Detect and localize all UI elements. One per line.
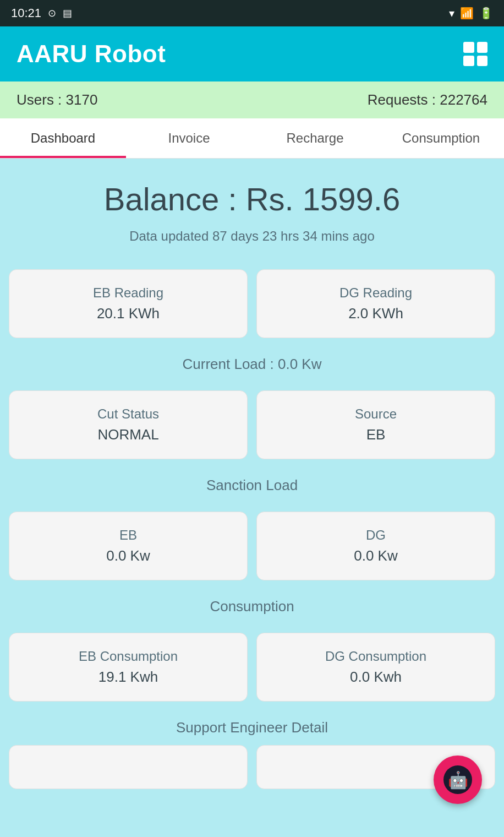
dg-consumption-value: 0.0 Kwh — [268, 668, 484, 686]
source-label: Source — [268, 406, 484, 422]
sanction-load-section-label: Sanction Load — [0, 468, 504, 503]
sanction-eb-value: 0.0 Kw — [20, 547, 236, 564]
status-bar-left: 10:21 ⊙ ▤ — [11, 6, 72, 20]
chatbot-icon — [443, 765, 472, 794]
battery-icon: 🔋 — [479, 7, 493, 20]
consumption-section-label: Consumption — [0, 589, 504, 624]
dg-consumption-label: DG Consumption — [268, 649, 484, 664]
status-cards-row: Cut Status NORMAL Source EB — [0, 382, 504, 468]
support-section-label: Support Engineer Detail — [0, 710, 504, 745]
support-cards-row — [0, 745, 504, 798]
app-header: AARU Robot — [0, 26, 504, 81]
sanction-eb-card: EB 0.0 Kw — [9, 512, 248, 580]
eb-consumption-value: 19.1 Kwh — [20, 668, 236, 686]
cut-status-value: NORMAL — [20, 426, 236, 443]
tab-bar: Dashboard Invoice Recharge Consumption — [0, 118, 504, 159]
app-title: AARU Robot — [17, 40, 166, 68]
eb-consumption-label: EB Consumption — [20, 649, 236, 664]
source-value: EB — [268, 426, 484, 443]
sanction-eb-label: EB — [20, 528, 236, 543]
cut-status-label: Cut Status — [20, 406, 236, 422]
balance-amount: Balance : Rs. 1599.6 — [11, 181, 493, 218]
reading-cards-row: EB Reading 20.1 KWh DG Reading 2.0 KWh — [0, 260, 504, 347]
sanction-dg-label: DG — [268, 528, 484, 543]
tab-recharge[interactable]: Recharge — [252, 118, 378, 158]
requests-count: Requests : 222764 — [368, 91, 487, 108]
sanction-dg-card: DG 0.0 Kw — [256, 512, 495, 580]
eb-reading-card: EB Reading 20.1 KWh — [9, 269, 248, 338]
signal-icon: 📶 — [460, 7, 474, 20]
source-card: Source EB — [256, 390, 495, 459]
dg-reading-card: DG Reading 2.0 KWh — [256, 269, 495, 338]
sanction-cards-row: EB 0.0 Kw DG 0.0 Kw — [0, 503, 504, 589]
tab-consumption[interactable]: Consumption — [378, 118, 504, 158]
eb-consumption-card: EB Consumption 19.1 Kwh — [9, 633, 248, 702]
stats-bar: Users : 3170 Requests : 222764 — [0, 81, 504, 118]
main-content: Balance : Rs. 1599.6 Data updated 87 day… — [0, 159, 504, 798]
dg-consumption-card: DG Consumption 0.0 Kwh — [256, 633, 495, 702]
balance-section: Balance : Rs. 1599.6 Data updated 87 day… — [0, 159, 504, 260]
grid-menu-icon[interactable] — [463, 42, 487, 66]
current-load-label: Current Load : 0.0 Kw — [0, 347, 504, 382]
message-icon: ▤ — [63, 7, 72, 19]
consumption-cards-row: EB Consumption 19.1 Kwh DG Consumption 0… — [0, 624, 504, 710]
tab-dashboard[interactable]: Dashboard — [0, 118, 126, 158]
wifi-icon: ▾ — [449, 7, 454, 20]
dg-reading-value: 2.0 KWh — [268, 305, 484, 322]
status-bar-right: ▾ 📶 🔋 — [449, 7, 493, 20]
dg-reading-label: DG Reading — [268, 285, 484, 301]
status-time: 10:21 — [11, 6, 41, 20]
eb-reading-label: EB Reading — [20, 285, 236, 301]
tab-invoice[interactable]: Invoice — [126, 118, 252, 158]
balance-updated: Data updated 87 days 23 hrs 34 mins ago — [11, 229, 493, 244]
cut-status-card: Cut Status NORMAL — [9, 390, 248, 459]
users-count: Users : 3170 — [17, 91, 97, 108]
notification-icon: ⊙ — [48, 7, 56, 19]
eb-reading-value: 20.1 KWh — [20, 305, 236, 322]
status-bar: 10:21 ⊙ ▤ ▾ 📶 🔋 — [0, 0, 504, 26]
support-card-left — [9, 745, 248, 789]
sanction-dg-value: 0.0 Kw — [268, 547, 484, 564]
chatbot-fab[interactable] — [434, 756, 482, 804]
